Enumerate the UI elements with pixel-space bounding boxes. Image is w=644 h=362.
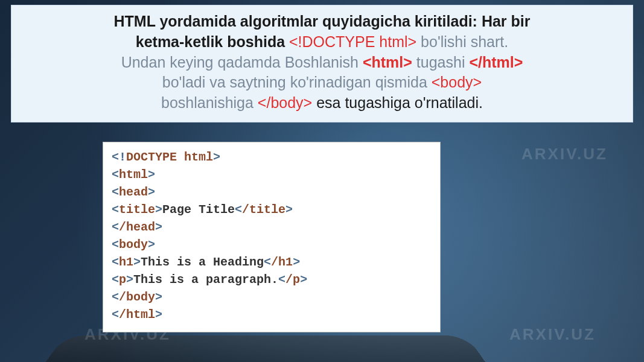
code-panel: <!DOCTYPE html> <html> <head> <title>Pag… — [103, 142, 441, 332]
code-line: </head> — [112, 218, 432, 236]
code-line: </body> — [112, 288, 432, 306]
angle-bracket: < — [112, 255, 119, 269]
code-line: <head> — [112, 183, 432, 201]
code-tag: /title — [242, 203, 285, 217]
angle-bracket: < — [112, 185, 119, 199]
code-line: <html> — [112, 166, 432, 183]
angle-bracket: > — [155, 308, 162, 322]
code-line: <h1>This is a Heading</h1> — [112, 253, 432, 271]
angle-bracket: < — [278, 273, 285, 287]
angle-bracket: < — [112, 238, 119, 252]
angle-bracket: < — [112, 273, 119, 287]
code-text: This is a paragraph. — [133, 273, 278, 287]
code-tag: /h1 — [271, 255, 293, 269]
code-line: <body> — [112, 236, 432, 253]
angle-bracket: > — [155, 220, 162, 234]
code-line: <p>This is a paragraph.</p> — [112, 271, 432, 288]
code-tag: title — [119, 203, 155, 217]
angle-bracket: < — [112, 168, 119, 182]
code-line: <title>Page Title</title> — [112, 201, 432, 218]
info-line2a: ketma-ketlik boshida — [136, 33, 289, 50]
code-doctype: DOCTYPE — [126, 150, 177, 164]
info-panel: HTML yordamida algoritmlar quyidagicha k… — [11, 5, 633, 122]
code-line: <!DOCTYPE html> — [112, 148, 432, 166]
code-tag: /head — [119, 220, 155, 234]
info-html-open: <html> — [363, 54, 412, 71]
angle-bracket: <! — [112, 150, 126, 164]
info-doctype: <!DOCTYPE html> — [289, 33, 416, 50]
tablet-edge-graphic — [43, 335, 488, 362]
code-text: This is a Heading — [141, 255, 264, 269]
code-tag: /p — [285, 273, 300, 287]
angle-bracket: > — [148, 185, 155, 199]
info-line3a: Undan keying qadamda Boshlanish — [121, 54, 363, 71]
info-line5b: esa tugashiga o'rnatiladi. — [312, 94, 483, 111]
angle-bracket: > — [148, 238, 155, 252]
angle-bracket: < — [112, 308, 119, 322]
code-tag: /html — [119, 308, 155, 322]
code-text: Page Title — [162, 203, 235, 217]
code-tag: html — [119, 168, 148, 182]
angle-bracket: < — [112, 220, 119, 234]
code-space — [177, 150, 184, 164]
angle-bracket: > — [285, 203, 293, 217]
angle-bracket: > — [148, 168, 155, 182]
info-line5a: boshlanishiga — [161, 94, 258, 111]
angle-bracket: > — [293, 255, 300, 269]
angle-bracket: < — [264, 255, 271, 269]
code-html-kw: html — [184, 150, 213, 164]
info-line4a: bo'ladi va saytning ko'rinadigan qismida — [162, 74, 432, 91]
info-body-open: <body> — [432, 74, 482, 91]
angle-bracket: > — [155, 290, 162, 304]
angle-bracket: < — [112, 203, 119, 217]
angle-bracket: > — [213, 150, 220, 164]
angle-bracket: < — [235, 203, 242, 217]
angle-bracket: > — [133, 255, 141, 269]
code-line: </html> — [112, 306, 432, 323]
code-tag: head — [119, 185, 148, 199]
info-line3b: tugashi — [412, 54, 470, 71]
info-html-close: </html> — [469, 54, 523, 71]
angle-bracket: > — [155, 203, 162, 217]
info-line1: HTML yordamida algoritmlar quyidagicha k… — [114, 13, 531, 30]
code-tag: body — [119, 238, 148, 252]
angle-bracket: < — [112, 290, 119, 304]
info-body-close: </body> — [258, 94, 312, 111]
code-tag: h1 — [119, 255, 133, 269]
code-tag: p — [119, 273, 126, 287]
angle-bracket: > — [126, 273, 133, 287]
info-line2b: bo'lishi shart. — [416, 33, 508, 50]
angle-bracket: > — [300, 273, 307, 287]
code-tag: /body — [119, 290, 155, 304]
